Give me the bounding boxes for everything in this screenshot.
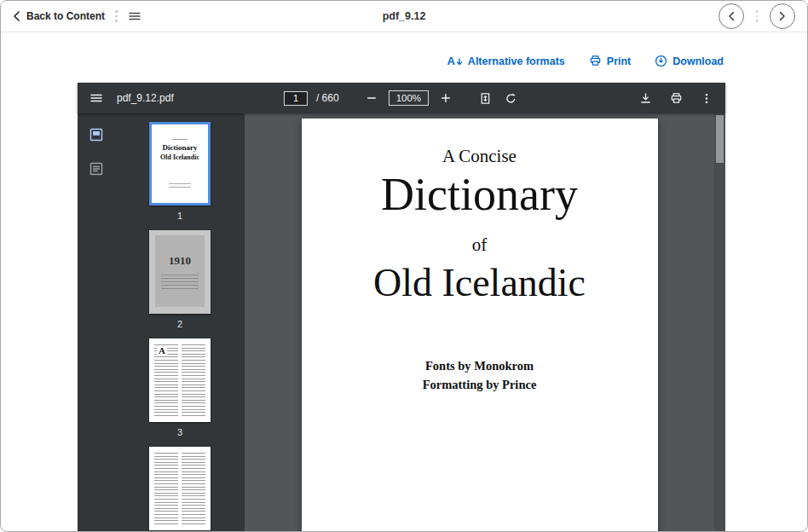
page-line-old-icelandic: Old Icelandic (302, 263, 658, 304)
sidebar-rail (78, 113, 115, 532)
page-line-dictionary: Dictionary (302, 171, 658, 219)
pdf-download-button[interactable] (637, 90, 654, 107)
thumbnail-list: Dictionary Old Icelandic 1 1910 (115, 113, 245, 532)
page-title: pdf_9.12 (383, 10, 426, 22)
back-chevron-icon (13, 11, 20, 21)
pdf-viewer: pdf_9.12.pdf / 660 100% (78, 83, 725, 532)
thumbnail-number: 2 (177, 319, 182, 329)
vertical-ellipsis-icon (701, 92, 713, 105)
document-actions: A Alternative formats Print Download (447, 55, 724, 67)
thumbnail-image-1: Dictionary Old Icelandic (149, 122, 211, 205)
previous-item-button[interactable] (719, 3, 744, 29)
alternative-formats-icon: A (447, 55, 462, 66)
course-menu-button[interactable] (128, 9, 141, 23)
divider-dots (115, 10, 118, 22)
alternative-formats-button[interactable]: A Alternative formats (447, 55, 564, 67)
thumbnail-page-4[interactable] (149, 447, 211, 530)
thumbnail-image-4 (149, 447, 211, 530)
vertical-scrollbar[interactable] (714, 113, 725, 532)
download-arrow-icon (639, 92, 652, 105)
thumb1-subtitle: Old Icelandic (152, 153, 208, 161)
app-window: Back to Content pdf_9.12 (0, 0, 808, 532)
thumbnail-page-2[interactable]: 1910 2 (149, 230, 211, 329)
thumb2-year: 1910 (155, 254, 205, 268)
scrollbar-thumb[interactable] (716, 115, 724, 163)
hamburger-menu-icon (89, 91, 103, 105)
page-count-label: / 660 (316, 92, 339, 104)
alternative-formats-label: Alternative formats (468, 55, 565, 67)
pdf-print-button[interactable] (667, 90, 684, 107)
download-icon (655, 55, 667, 67)
sidebar-toggle-button[interactable] (88, 90, 105, 107)
pdf-content-area: A Concise Dictionary of Old Icelandic Fo… (245, 113, 714, 532)
thumbnail-number: 1 (177, 211, 182, 221)
thumbnails-view-button[interactable] (89, 127, 104, 142)
pdf-body: Dictionary Old Icelandic 1 1910 (78, 113, 725, 532)
page-line-concise: A Concise (302, 119, 658, 167)
document-outline-icon (89, 161, 104, 176)
back-to-content-label: Back to Content (26, 10, 105, 22)
rotate-button[interactable] (502, 90, 519, 107)
page-number-input[interactable] (284, 91, 308, 106)
fit-to-page-button[interactable] (476, 90, 493, 107)
thumbnail-image-2: 1910 (149, 230, 211, 314)
download-label: Download (672, 55, 724, 67)
pdf-page-1: A Concise Dictionary of Old Icelandic Fo… (302, 119, 658, 532)
thumbnails-view-icon (89, 127, 104, 142)
print-label: Print (607, 55, 631, 67)
page-line-of: of (302, 234, 658, 256)
zoom-level-select[interactable]: 100% (389, 90, 429, 106)
chevron-right-icon (778, 11, 787, 21)
thumbnail-page-3[interactable]: A 3 (149, 338, 211, 437)
pdf-sidebar: Dictionary Old Icelandic 1 1910 (78, 113, 245, 532)
next-item-button[interactable] (770, 3, 795, 29)
more-options-button[interactable] (698, 90, 715, 107)
chevron-left-icon (727, 11, 736, 21)
pdf-filename: pdf_9.12.pdf (117, 92, 174, 104)
thumb3-dropcap: A (157, 345, 167, 356)
print-icon (589, 55, 602, 67)
thumbnail-number: 3 (177, 427, 182, 437)
page-credit-fonts: Fonts by Monokrom (302, 356, 658, 375)
printer-icon (670, 92, 683, 105)
fit-page-icon (479, 92, 492, 105)
thumb1-title: Dictionary (152, 143, 208, 152)
rotate-counterclockwise-icon (505, 92, 517, 105)
zoom-in-button[interactable] (437, 90, 454, 107)
thumbnail-image-3: A (149, 338, 211, 422)
page-credit-formatting: Formatting by Prince (302, 375, 658, 394)
thumbnail-page-1[interactable]: Dictionary Old Icelandic 1 (149, 122, 211, 221)
plus-icon (440, 92, 452, 104)
divider-dots (756, 10, 759, 22)
minus-icon (366, 92, 378, 104)
print-button[interactable]: Print (589, 55, 631, 67)
back-to-content-button[interactable]: Back to Content (13, 10, 105, 22)
zoom-out-button[interactable] (363, 90, 380, 107)
download-button[interactable]: Download (655, 55, 724, 67)
pdf-toolbar: pdf_9.12.pdf / 660 100% (78, 83, 725, 113)
document-outline-button[interactable] (89, 161, 104, 176)
top-navigation-bar: Back to Content pdf_9.12 (1, 1, 807, 32)
hamburger-menu-icon (128, 9, 141, 23)
